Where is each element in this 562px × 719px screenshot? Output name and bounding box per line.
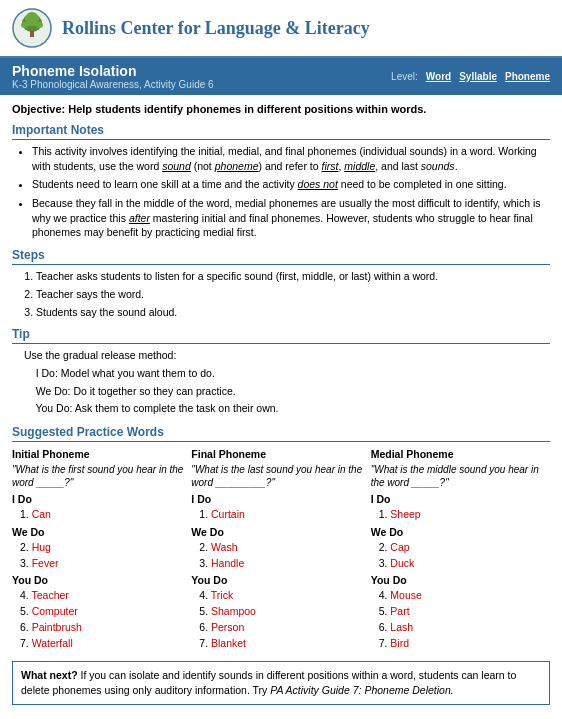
what-next-box: What next? If you can isolate and identi…: [12, 661, 550, 704]
final-col: Final Phoneme "What is the last sound yo…: [191, 448, 370, 651]
step-item-2: Teacher says the word.: [36, 287, 550, 302]
svg-point-4: [21, 22, 29, 28]
initial-word-4: 4. Teacher: [20, 588, 191, 604]
initial-word-1: 1. Can: [20, 507, 191, 523]
medial-word-7: 7. Bird: [379, 636, 550, 652]
important-notes-header: Important Notes: [12, 123, 550, 140]
final-word-3: 3. Handle: [199, 556, 370, 572]
svg-point-5: [35, 22, 43, 28]
final-word-7: 7. Blanket: [199, 636, 370, 652]
tip-intro: Use the gradual release method:: [24, 348, 550, 364]
medial-col-prompt: "What is the middle sound you hear in th…: [371, 463, 550, 489]
suggested-words-header: Suggested Practice Words: [12, 425, 550, 442]
medial-you-do-label: You Do: [371, 574, 550, 586]
medial-word-4: 4. Mouse: [379, 588, 550, 604]
objective: Objective: Help students identify phonem…: [12, 103, 550, 115]
final-col-prompt: "What is the last sound you hear in the …: [191, 463, 370, 489]
level-syllable: Syllable: [459, 71, 497, 82]
level-word: Word: [426, 71, 451, 82]
final-word-5: 5. Shampoo: [199, 604, 370, 620]
tip-line-3: You Do: Ask them to complete the task on…: [24, 401, 550, 417]
tip-line-1: I Do: Model what you want them to do.: [24, 366, 550, 382]
title-bar-right: Level: Word Syllable Phoneme: [391, 71, 550, 82]
medial-col: Medial Phoneme "What is the middle sound…: [371, 448, 550, 651]
medial-we-do-label: We Do: [371, 526, 550, 538]
svg-rect-3: [30, 30, 34, 37]
final-word-1: 1. Curtain: [199, 507, 370, 523]
what-next-bold: What next?: [21, 669, 78, 681]
header-title: Rollins Center for Language & Literacy: [62, 18, 370, 39]
initial-word-5: 5. Computer: [20, 604, 191, 620]
final-you-do-label: You Do: [191, 574, 370, 586]
page: Rollins Center for Language & Literacy P…: [0, 0, 562, 719]
initial-word-6: 6. Paintbrush: [20, 620, 191, 636]
initial-you-do-label: You Do: [12, 574, 191, 586]
medial-word-2: 2. Cap: [379, 540, 550, 556]
initial-col: Initial Phoneme "What is the first sound…: [12, 448, 191, 651]
important-notes-list: This activity involves identifying the i…: [12, 144, 550, 240]
final-word-4: 4. Trick: [199, 588, 370, 604]
final-i-do-label: I Do: [191, 493, 370, 505]
final-we-do-label: We Do: [191, 526, 370, 538]
note-item-2: Students need to learn one skill at a ti…: [32, 177, 550, 192]
final-word-2: 2. Wash: [199, 540, 370, 556]
note-item-3: Because they fall in the middle of the w…: [32, 196, 550, 240]
medial-word-3: 3. Duck: [379, 556, 550, 572]
medial-word-1: 1. Sheep: [379, 507, 550, 523]
medial-col-header: Medial Phoneme: [371, 448, 550, 460]
initial-word-2: 2. Hug: [20, 540, 191, 556]
final-word-6: 6. Person: [199, 620, 370, 636]
step-item-3: Students say the sound aloud.: [36, 305, 550, 320]
logo: [12, 8, 52, 48]
what-next-text: If you can isolate and identify sounds i…: [21, 669, 516, 696]
initial-col-prompt: "What is the first sound you hear in the…: [12, 463, 191, 489]
title-bar-left: Phoneme Isolation K-3 Phonological Aware…: [12, 63, 214, 90]
initial-word-3: 3. Fever: [20, 556, 191, 572]
initial-i-do-label: I Do: [12, 493, 191, 505]
medial-word-5: 5. Part: [379, 604, 550, 620]
title-bar: Phoneme Isolation K-3 Phonological Aware…: [0, 58, 562, 95]
initial-word-7: 7. Waterfall: [20, 636, 191, 652]
content: Objective: Help students identify phonem…: [0, 95, 562, 713]
tip-content: Use the gradual release method: I Do: Mo…: [12, 348, 550, 417]
note-item-1: This activity involves identifying the i…: [32, 144, 550, 173]
step-item-1: Teacher asks students to listen for a sp…: [36, 269, 550, 284]
steps-list: Teacher asks students to listen for a sp…: [12, 269, 550, 319]
sub-title: K-3 Phonological Awareness, Activity Gui…: [12, 79, 214, 90]
header: Rollins Center for Language & Literacy: [0, 0, 562, 58]
medial-word-6: 6. Lash: [379, 620, 550, 636]
level-label: Level:: [391, 71, 418, 82]
initial-we-do-label: We Do: [12, 526, 191, 538]
medial-i-do-label: I Do: [371, 493, 550, 505]
level-phoneme: Phoneme: [505, 71, 550, 82]
final-col-header: Final Phoneme: [191, 448, 370, 460]
words-table: Initial Phoneme "What is the first sound…: [12, 448, 550, 651]
tip-header: Tip: [12, 327, 550, 344]
initial-col-header: Initial Phoneme: [12, 448, 191, 460]
steps-header: Steps: [12, 248, 550, 265]
main-title: Phoneme Isolation: [12, 63, 214, 79]
tip-line-2: We Do: Do it together so they can practi…: [24, 384, 550, 400]
